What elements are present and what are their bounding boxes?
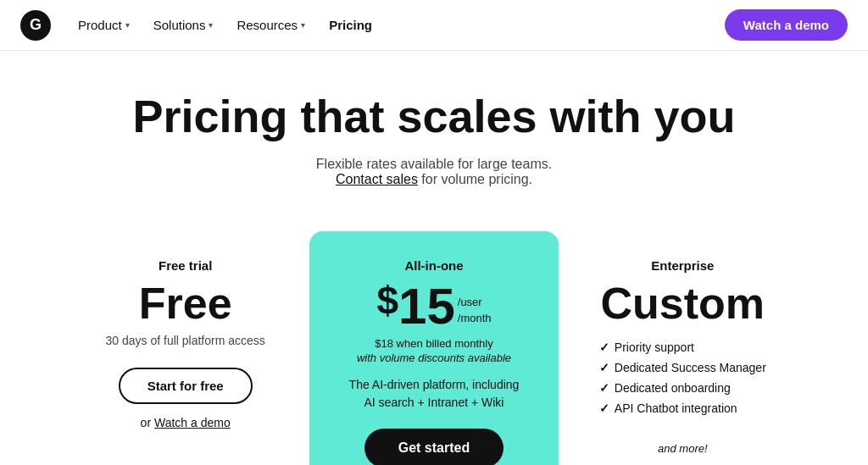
chevron-down-icon: ▾ xyxy=(301,20,305,30)
nav-links: Product ▾ Solutions ▾ Resources ▾ Pricin… xyxy=(68,13,725,37)
price-suffix: /user /month xyxy=(455,281,492,325)
enterprise-price: Custom xyxy=(582,281,783,325)
chevron-down-icon: ▾ xyxy=(125,20,130,30)
navbar: G Product ▾ Solutions ▾ Resources ▾ Pric… xyxy=(0,0,868,51)
allinone-discount: with volume discounts available xyxy=(333,352,534,364)
allinone-billed: $18 when billed monthly xyxy=(333,337,534,350)
enterprise-tier-label: Enterprise xyxy=(582,258,783,273)
allinone-price-row: $ 15 /user /month xyxy=(333,281,534,332)
free-price: Free xyxy=(85,281,286,325)
nav-item-pricing[interactable]: Pricing xyxy=(319,13,382,37)
nav-item-resources[interactable]: Resources ▾ xyxy=(226,13,315,37)
free-watch-demo-link[interactable]: or Watch a demo xyxy=(85,416,286,429)
feature-success-manager: ✓ Dedicated Success Manager xyxy=(599,361,766,374)
page-title: Pricing that scales with you xyxy=(20,91,848,141)
allinone-description: The AI-driven platform, includingAI sear… xyxy=(333,376,534,412)
card-enterprise: Enterprise Custom ✓ Priority support ✓ D… xyxy=(559,231,807,465)
chevron-down-icon: ▾ xyxy=(209,20,213,30)
watch-demo-button[interactable]: Watch a demo xyxy=(725,9,848,41)
feature-priority-support: ✓ Priority support xyxy=(599,340,766,354)
checkmark-icon: ✓ xyxy=(599,401,609,415)
card-allinone: All-in-one $ 15 /user /month $18 when bi… xyxy=(309,231,558,465)
nav-item-solutions[interactable]: Solutions ▾ xyxy=(143,13,224,37)
checkmark-icon: ✓ xyxy=(599,361,609,374)
free-description: 30 days of full platform access xyxy=(85,334,286,347)
logo[interactable]: G xyxy=(20,10,51,41)
hero-section: Pricing that scales with you Flexible ra… xyxy=(0,51,868,214)
contact-sales-link[interactable]: Contact sales xyxy=(336,172,418,186)
hero-subtitle: Flexible rates available for large teams… xyxy=(20,157,848,187)
feature-onboarding: ✓ Dedicated onboarding xyxy=(599,381,766,395)
price-dollar-sign: $ xyxy=(376,281,398,320)
card-free: Free trial Free 30 days of full platform… xyxy=(61,231,309,457)
nav-item-product[interactable]: Product ▾ xyxy=(68,13,140,37)
price-amount: 15 xyxy=(398,281,455,332)
pricing-cards: Free trial Free 30 days of full platform… xyxy=(27,214,841,465)
checkmark-icon: ✓ xyxy=(599,381,609,395)
allinone-tier-label: All-in-one xyxy=(333,258,534,273)
get-started-button[interactable]: Get started xyxy=(364,429,504,465)
enterprise-features-more: and more! xyxy=(582,442,783,455)
checkmark-icon: ✓ xyxy=(599,340,609,354)
free-tier-label: Free trial xyxy=(85,258,286,273)
feature-chatbot: ✓ API Chatbot integration xyxy=(599,401,766,415)
enterprise-features: ✓ Priority support ✓ Dedicated Success M… xyxy=(599,340,766,422)
start-for-free-button[interactable]: Start for free xyxy=(119,368,253,404)
